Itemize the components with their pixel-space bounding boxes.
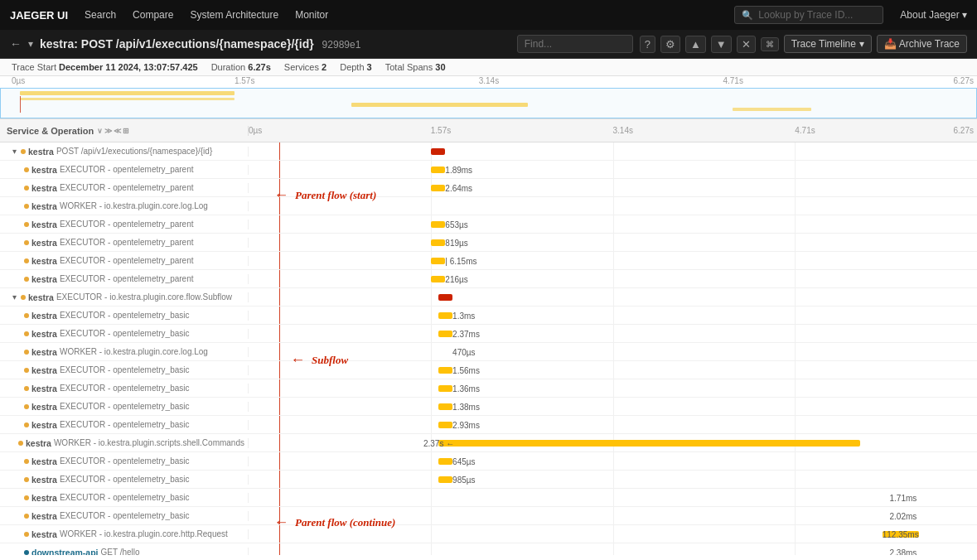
expand-all-icon[interactable]: ⊞: [123, 127, 129, 135]
row-timeline: 1.56ms: [249, 361, 977, 379]
nav-down-button[interactable]: ▼: [711, 36, 732, 53]
table-row[interactable]: kestra EXECUTOR - opentelemetry_parent1.…: [0, 161, 977, 179]
table-row[interactable]: kestra EXECUTOR - opentelemetry_basic2.0…: [0, 507, 977, 525]
table-row[interactable]: ▾kestra POST /api/v1/executions/{namespa…: [0, 142, 977, 161]
row-timeline: 1.38ms: [249, 398, 977, 415]
table-row[interactable]: kestra EXECUTOR - opentelemetry_basic1.3…: [0, 379, 977, 398]
service-dot: [24, 368, 29, 373]
span-duration-label: 1.3ms: [452, 311, 475, 320]
row-label: kestra EXECUTOR - opentelemetry_basic: [0, 402, 249, 412]
trace-endpoint: POST /api/v1/executions/{namespace}/{id}: [81, 37, 314, 51]
service-dot: [24, 495, 29, 500]
table-row[interactable]: kestra EXECUTOR - opentelemetry_parent81…: [0, 234, 977, 252]
minimap-tick-3: 4.71s: [723, 76, 742, 85]
span-bar: [431, 148, 446, 155]
timeline-vline: [279, 434, 280, 451]
table-row[interactable]: kestra WORKER - io.kestra.plugin.core.lo…: [0, 197, 977, 215]
trace-duration: Duration 6.27s: [211, 62, 271, 72]
timeline-vline: [279, 307, 280, 324]
about-button[interactable]: About Jaeger ▾: [900, 9, 967, 21]
span-duration-label: 985µs: [452, 475, 475, 484]
row-timeline: 1.71ms: [249, 489, 977, 506]
table-row[interactable]: kestra WORKER - io.kestra.plugin.scripts…: [0, 434, 977, 452]
grid-line: [613, 252, 614, 269]
grid-line: [795, 161, 796, 178]
grid-line: [431, 343, 432, 360]
row-service-name: kestra: [31, 183, 57, 193]
nav-up-button[interactable]: ▲: [685, 36, 706, 53]
nav-search[interactable]: Search: [85, 7, 116, 22]
grid-line: [795, 215, 796, 233]
row-label: kestra EXECUTOR - opentelemetry_parent: [0, 165, 249, 175]
span-bar: [431, 167, 446, 173]
table-row[interactable]: downstream-api GET /hello2.38ms: [0, 543, 977, 555]
timeline-vline: [279, 398, 280, 415]
table-row[interactable]: kestra EXECUTOR - opentelemetry_basic2.3…: [0, 325, 977, 343]
row-timeline: 2.93ms: [249, 416, 977, 433]
sort-desc-icon[interactable]: ≫: [104, 127, 112, 135]
row-operation: EXECUTOR - opentelemetry_parent: [60, 274, 194, 283]
archive-icon: 📥: [884, 38, 897, 50]
back-button[interactable]: ←: [10, 37, 22, 51]
table-row[interactable]: kestra EXECUTOR - opentelemetry_basic1.5…: [0, 361, 977, 379]
close-button[interactable]: ✕: [737, 36, 756, 53]
table-row[interactable]: kestra EXECUTOR - opentelemetry_parent21…: [0, 270, 977, 288]
span-bar: [438, 294, 453, 301]
grid-line: [431, 398, 432, 415]
service-op-label: Service & Operation: [7, 126, 94, 136]
table-row[interactable]: kestra WORKER - io.kestra.plugin.core.lo…: [0, 343, 977, 361]
expand-button[interactable]: ▾: [12, 147, 17, 156]
grid-line: [613, 398, 614, 415]
row-service-name: kestra: [31, 384, 57, 393]
span-duration-label: 819µs: [445, 238, 467, 247]
minimap-tick-1: 1.57s: [235, 76, 254, 85]
service-dot: [24, 167, 29, 172]
sort-icons[interactable]: ∨ ≫ ≪ ⊞: [97, 127, 129, 135]
table-row[interactable]: kestra WORKER - io.kestra.plugin.core.ht…: [0, 525, 977, 543]
service-column-header: Service & Operation ∨ ≫ ≪ ⊞: [0, 126, 249, 136]
sort-toggle-icon[interactable]: ≪: [114, 127, 121, 135]
table-row[interactable]: kestra EXECUTOR - opentelemetry_basic645…: [0, 452, 977, 471]
span-bar: [431, 221, 446, 228]
tick-4.71s: 4.71s: [795, 126, 815, 135]
span-duration-label: 2.37ms: [452, 329, 480, 338]
help-button[interactable]: ?: [640, 36, 655, 53]
table-row[interactable]: kestra EXECUTOR - opentelemetry_basic2.9…: [0, 416, 977, 434]
table-row[interactable]: kestra EXECUTOR - opentelemetry_basic1.3…: [0, 398, 977, 416]
nav-monitor[interactable]: Monitor: [295, 7, 328, 22]
table-row[interactable]: kestra EXECUTOR - opentelemetry_basic1.7…: [0, 489, 977, 507]
chevron-toggle[interactable]: ▾: [28, 38, 33, 50]
row-service-name: kestra: [31, 329, 57, 339]
row-label: kestra EXECUTOR - opentelemetry_basic: [0, 311, 249, 321]
expand-button[interactable]: ▾: [12, 292, 17, 302]
table-row[interactable]: kestra EXECUTOR - opentelemetry_parent2.…: [0, 179, 977, 197]
table-row[interactable]: kestra EXECUTOR - opentelemetry_basic985…: [0, 471, 977, 489]
grid-line: [613, 507, 614, 524]
timeline-vline: [279, 507, 280, 524]
grid-line: [613, 489, 614, 506]
archive-button[interactable]: 📥 Archive Trace: [877, 35, 967, 53]
table-row[interactable]: kestra EXECUTOR - opentelemetry_basic1.3…: [0, 307, 977, 325]
grid-line: [431, 307, 432, 324]
table-row[interactable]: ▾kestra EXECUTOR - io.kestra.plugin.core…: [0, 288, 977, 307]
trace-search-input[interactable]: [758, 9, 874, 21]
settings-button[interactable]: ⚙: [660, 36, 680, 53]
grid-line: [613, 361, 614, 379]
timeline-vline: [279, 489, 280, 506]
nav-compare[interactable]: Compare: [133, 7, 173, 22]
row-service-name: kestra: [28, 147, 54, 157]
row-label: kestra WORKER - io.kestra.plugin.core.lo…: [0, 201, 249, 211]
row-label: kestra EXECUTOR - opentelemetry_basic: [0, 456, 249, 466]
find-input[interactable]: [517, 35, 633, 53]
nav-system-arch[interactable]: System Architecture: [190, 7, 278, 22]
trace-start: Trace Start December 11 2024, 13:07:57.4…: [12, 62, 198, 72]
table-row[interactable]: kestra EXECUTOR - opentelemetry_parent65…: [0, 215, 977, 234]
trace-rows-container[interactable]: ← Parent flow (start) ← Subflow ← Parent…: [0, 142, 977, 555]
trace-search-box[interactable]: 🔍: [734, 6, 883, 24]
timeline-minimap[interactable]: 0µs 1.57s 3.14s 4.71s 6.27s: [0, 76, 977, 119]
sort-asc-icon[interactable]: ∨: [97, 127, 103, 135]
timeline-dropdown-button[interactable]: Trace Timeline ▾: [784, 35, 872, 53]
row-operation: EXECUTOR - opentelemetry_basic: [60, 402, 190, 411]
table-row[interactable]: kestra EXECUTOR - opentelemetry_parent| …: [0, 252, 977, 270]
minimap-viewport[interactable]: [0, 88, 977, 118]
